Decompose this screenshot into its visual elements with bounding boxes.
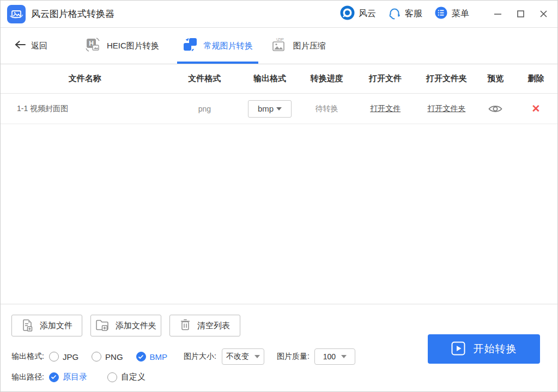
menu-button[interactable]: 菜单 [434,6,469,22]
back-button[interactable]: 返回 [14,40,47,51]
output-format-cell: bmp [240,100,300,118]
bottom-panel: 添加文件 添加文件夹 [1,304,557,391]
add-folder-label: 添加文件夹 [116,321,156,331]
clear-list-label: 清空列表 [197,321,230,331]
tab-normal-icon [183,37,198,54]
radio-bmp-circle [136,352,146,362]
file-list-area [1,124,557,304]
add-file-button[interactable]: 添加文件 [11,315,82,336]
image-size-select[interactable]: 不改变 [222,348,264,365]
support-button[interactable]: 客服 [388,7,422,22]
radio-original-dir-label: 原目录 [63,372,87,382]
radio-png-label: PNG [105,352,123,362]
output-format-dropdown[interactable]: bmp [248,100,292,118]
add-folder-icon [95,319,109,333]
image-quality-value: 100 [323,352,336,361]
tab-compress-label: 图片压缩 [293,41,326,51]
select-caret-icon [341,355,347,358]
output-format-label: 输出格式: [11,352,44,362]
tab-compress-icon: \ZIP [271,36,287,55]
brand-label: 风云 [359,8,376,20]
settings-row: 输出格式: JPG PNG BMP 图片大小: 不改变 图片质量: [11,348,355,365]
brand-button[interactable]: 风云 [340,5,376,22]
tab-bar: 返回 H HEIC图片转换 [1,28,557,64]
image-quality-label: 图片质量: [277,352,310,362]
radio-png[interactable]: PNG [92,352,123,362]
header-file-format: 文件格式 [169,74,240,84]
table-header: 文件名称 文件格式 输出格式 转换进度 打开文件 打开文件夹 预览 删除 [1,64,557,94]
preview-eye-icon[interactable] [488,104,503,114]
app-window: 风云图片格式转换器 风云 [0,0,558,392]
delete-cell: ✕ [514,103,557,114]
tab-normal-label: 常规图片转换 [204,41,253,51]
support-icon [388,7,401,22]
header-delete: 删除 [514,74,557,84]
header-open-folder: 打开文件夹 [417,74,477,84]
start-convert-label: 开始转换 [474,342,517,356]
app-title: 风云图片格式转换器 [31,8,114,20]
preview-cell [476,103,514,113]
minimize-icon[interactable] [493,10,502,19]
radio-jpg-circle [49,352,59,362]
title-bar: 风云图片格式转换器 风云 [1,1,557,28]
tab-heic-label: HEIC图片转换 [107,41,159,51]
titlebar-right: 风云 客服 [340,5,550,22]
select-caret-icon [254,355,260,358]
output-format-value: bmp [258,104,274,113]
header-preview: 预览 [476,74,514,84]
header-progress: 转换进度 [300,74,354,84]
add-file-label: 添加文件 [40,321,72,331]
clear-list-icon [180,318,191,333]
delete-icon[interactable]: ✕ [532,103,541,114]
image-quality-select[interactable]: 100 [314,348,355,365]
menu-label: 菜单 [452,8,469,20]
clear-list-button[interactable]: 清空列表 [169,315,240,336]
radio-custom-dir-circle [107,372,117,382]
radio-custom-dir[interactable]: 自定义 [107,372,145,382]
open-file-cell: 打开文件 [354,104,417,114]
radio-original-dir-circle [49,372,59,382]
open-folder-link[interactable]: 打开文件夹 [427,104,465,113]
output-path-row: 输出路径: 原目录 自定义 [11,372,145,382]
tab-image-compress[interactable]: \ZIP 图片压缩 [265,28,331,64]
radio-jpg[interactable]: JPG [49,352,78,362]
radio-bmp-label: BMP [150,352,168,362]
table-row: 1-1 视频封面图 png bmp 待转换 打开文件 打开文件夹 ✕ [1,94,557,124]
header-output-format: 输出格式 [240,74,300,84]
maximize-icon[interactable] [516,10,525,19]
image-size-value: 不改变 [226,352,249,362]
close-icon[interactable] [539,10,548,19]
menu-icon [434,6,448,22]
open-folder-cell: 打开文件夹 [417,104,477,114]
conversion-status: 待转换 [300,104,354,114]
list-actions: 添加文件 添加文件夹 [11,315,240,336]
back-icon [14,40,26,51]
svg-text:\ZIP: \ZIP [276,37,284,42]
dropdown-caret-icon [276,107,282,111]
output-path-label: 输出路径: [11,372,44,382]
radio-original-dir[interactable]: 原目录 [49,372,87,382]
radio-custom-dir-label: 自定义 [121,372,145,382]
radio-jpg-label: JPG [63,352,78,362]
header-open-file: 打开文件 [354,74,417,84]
add-folder-button[interactable]: 添加文件夹 [90,315,161,336]
back-label: 返回 [31,41,47,51]
image-size-label: 图片大小: [184,352,216,362]
window-controls [493,10,548,19]
open-file-link[interactable]: 打开文件 [370,104,401,113]
file-format: png [169,105,240,113]
file-name: 1-1 视频封面图 [1,104,169,114]
start-convert-button[interactable]: 开始转换 [428,334,540,364]
header-file-name: 文件名称 [1,74,169,84]
add-file-icon [21,318,33,333]
start-icon [451,341,465,357]
tab-normal-convert[interactable]: 常规图片转换 [177,28,258,64]
support-label: 客服 [405,8,422,20]
app-icon [7,5,26,23]
radio-png-circle [92,352,101,362]
tab-heic-icon: H [84,36,101,55]
radio-bmp[interactable]: BMP [136,352,168,362]
brand-icon [340,5,355,22]
tab-heic-convert[interactable]: H HEIC图片转换 [79,28,165,64]
